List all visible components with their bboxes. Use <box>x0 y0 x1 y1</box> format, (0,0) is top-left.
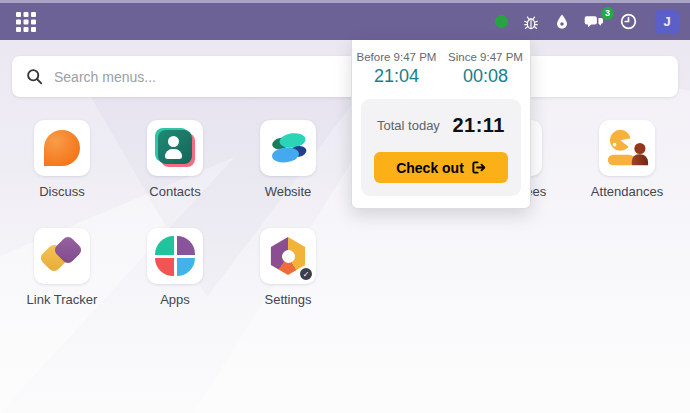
search-icon <box>26 68 43 85</box>
since-label: Since 9:47 PM <box>441 51 530 63</box>
activities-clock-icon[interactable] <box>619 12 638 31</box>
droplet-icon[interactable] <box>554 13 570 31</box>
systray: 3 J <box>495 10 679 34</box>
since-time: 00:08 <box>441 66 530 87</box>
check-out-button[interactable]: Check out <box>374 152 508 183</box>
apps-menu-icon[interactable] <box>13 9 39 35</box>
link-tracker-app-icon <box>42 236 82 276</box>
settings-check-badge: ✓ <box>298 266 314 282</box>
before-time: 21:04 <box>352 66 441 87</box>
app-label: Attendances <box>591 184 663 199</box>
app-label: Contacts <box>149 184 200 199</box>
attendance-popup: Before 9:47 PM 21:04 Since 9:47 PM 00:08… <box>351 40 531 209</box>
app-website[interactable]: Website <box>236 120 340 199</box>
app-link-tracker[interactable]: Link Tracker <box>10 228 114 307</box>
bug-icon[interactable] <box>522 13 540 31</box>
sign-out-icon <box>471 160 486 175</box>
messages-icon[interactable]: 3 <box>584 13 605 31</box>
app-attendances[interactable]: Attendances <box>575 120 679 199</box>
message-count-badge: 3 <box>601 7 614 20</box>
total-today-time: 21:11 <box>452 114 505 137</box>
app-label: Discuss <box>39 184 85 199</box>
check-out-label: Check out <box>396 160 464 176</box>
apps-app-icon <box>155 236 195 276</box>
contacts-app-icon <box>155 128 195 168</box>
app-apps[interactable]: Apps <box>123 228 227 307</box>
presence-status-dot <box>495 15 508 28</box>
search-bar <box>12 56 678 97</box>
app-settings[interactable]: ✓ Settings <box>236 228 340 307</box>
app-label: Website <box>265 184 312 199</box>
user-avatar[interactable]: J <box>655 10 679 34</box>
attendances-app-icon <box>605 127 649 169</box>
website-app-icon <box>268 128 308 168</box>
top-navbar: 3 J <box>0 0 690 40</box>
app-label: Link Tracker <box>27 292 98 307</box>
app-label: Settings <box>265 292 312 307</box>
app-label: Apps <box>160 292 190 307</box>
app-contacts[interactable]: Contacts <box>123 120 227 199</box>
total-today-label: Total today <box>377 118 440 133</box>
discuss-app-icon <box>44 130 80 166</box>
before-label: Before 9:47 PM <box>352 51 441 63</box>
app-discuss[interactable]: Discuss <box>10 120 114 199</box>
total-today-card: Total today 21:11 Check out <box>361 99 521 196</box>
